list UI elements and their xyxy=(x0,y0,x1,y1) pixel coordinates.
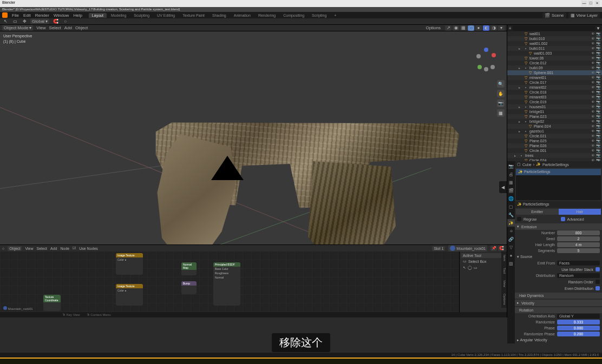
outliner-type-icon[interactable]: ≡ xyxy=(509,26,512,31)
render-toggle-icon[interactable]: 📷 xyxy=(596,85,601,90)
ne-usenodes-checkbox[interactable]: ☑ xyxy=(73,246,76,250)
render-toggle-icon[interactable]: 📷 xyxy=(596,37,601,41)
gizmo-neg-y[interactable] xyxy=(490,65,495,69)
visibility-toggle-icon[interactable]: 👁 xyxy=(591,129,595,134)
outliner-search-input[interactable] xyxy=(513,26,595,31)
render-toggle-icon[interactable]: 📷 xyxy=(596,81,601,85)
outliner-item[interactable]: ▽Circle.001👁📷 xyxy=(507,148,602,153)
outliner-item[interactable]: ▽tower.06👁📷 xyxy=(507,56,602,61)
ne-vtab-view[interactable]: View xyxy=(501,277,507,290)
render-toggle-icon[interactable]: 📷 xyxy=(596,42,601,46)
gizmo-toggle[interactable]: ↗ xyxy=(445,25,451,31)
orientaxis-dropdown[interactable]: Global Y xyxy=(557,314,600,319)
render-toggle-icon[interactable]: 📷 xyxy=(596,32,601,36)
viewport-menu-object[interactable]: Object xyxy=(75,25,88,30)
visibility-toggle-icon[interactable]: 👁 xyxy=(591,37,595,41)
outliner-item[interactable]: ▸▫build.011👁📷 xyxy=(507,46,602,51)
outliner-item[interactable]: ▽minaret01👁📷 xyxy=(507,75,602,80)
visibility-toggle-icon[interactable]: 👁 xyxy=(591,42,595,46)
randphase-field[interactable]: 0.200 xyxy=(557,332,600,336)
props-tab-object[interactable]: ▢ xyxy=(507,203,515,210)
props-tab-output[interactable]: 🖨 xyxy=(507,170,515,178)
ne-menu-add[interactable]: Add xyxy=(50,247,57,250)
workspace-tab-shading[interactable]: Shading xyxy=(209,13,230,18)
cursor-tool-icon[interactable]: ↖ xyxy=(2,18,9,24)
node-mapping[interactable]: Normal Map xyxy=(181,262,197,275)
window-minimize[interactable]: — xyxy=(581,1,587,6)
workspace-tab-rendering[interactable]: Rendering xyxy=(255,13,279,18)
outliner-item[interactable]: ▽wall01.003👁📷 xyxy=(507,51,602,56)
workspace-tab-modeling[interactable]: Modeling xyxy=(108,13,129,18)
render-toggle-icon[interactable]: 📷 xyxy=(596,139,601,143)
outliner-item[interactable]: ▽bridge01👁📷 xyxy=(507,109,602,114)
node-graph-canvas[interactable]: Texture Coordinate Image Texture Color ●… xyxy=(0,252,507,312)
3d-viewport[interactable]: User Perspective (1) (8) | Cube xyxy=(0,31,507,244)
visibility-toggle-icon[interactable]: 👁 xyxy=(591,105,595,109)
workspace-tab-uvediting[interactable]: UV Editing xyxy=(154,13,178,18)
render-toggle-icon[interactable]: 📷 xyxy=(596,134,601,138)
toggle-hair[interactable]: Hair xyxy=(559,209,601,215)
outliner-item[interactable]: ▽wall01👁📷 xyxy=(507,31,602,36)
viewport-menu-view[interactable]: View xyxy=(36,25,45,30)
pan-icon[interactable]: ✋ xyxy=(497,90,505,97)
visibility-toggle-icon[interactable]: 👁 xyxy=(591,154,595,158)
visibility-toggle-icon[interactable]: 👁 xyxy=(591,56,595,61)
hairdyn-section-header[interactable]: Hair Dynamics xyxy=(515,293,602,299)
orbit-gizmo[interactable] xyxy=(474,48,498,71)
particle-systems-list[interactable]: ✨ ParticleSettings xyxy=(516,169,601,200)
node-shader-type[interactable]: Object xyxy=(8,246,22,251)
props-tab-physics[interactable]: ⚛ xyxy=(507,227,515,235)
outliner-item[interactable]: ▽Plane.026👁📷 xyxy=(507,143,602,148)
visibility-toggle-icon[interactable]: 👁 xyxy=(591,100,595,104)
viewport-menu-add[interactable]: Add xyxy=(64,25,72,30)
visibility-toggle-icon[interactable]: 👁 xyxy=(591,51,595,56)
props-tab-particles[interactable]: ✨ xyxy=(507,219,515,227)
angvel-section-header[interactable]: ▸ Angular Velocity xyxy=(515,337,602,343)
ne-vtab-options[interactable]: Options xyxy=(501,290,507,308)
velocity-section-header[interactable]: ▸ Velocity xyxy=(515,300,602,306)
segments-field[interactable]: 5 xyxy=(557,248,600,253)
modstack-checkbox[interactable] xyxy=(596,267,600,272)
regrow-checkbox[interactable] xyxy=(517,217,521,221)
ne-snap-icon[interactable]: 🧲 xyxy=(498,246,505,251)
props-tab-render[interactable]: 📷 xyxy=(507,162,515,170)
render-toggle-icon[interactable]: 📷 xyxy=(596,47,601,51)
ne-pin-icon[interactable]: 📌 xyxy=(490,246,497,251)
visibility-toggle-icon[interactable]: 👁 xyxy=(591,76,595,80)
visibility-toggle-icon[interactable]: 👁 xyxy=(591,47,595,51)
distribution-dropdown[interactable]: Random xyxy=(557,273,600,278)
render-toggle-icon[interactable]: 📷 xyxy=(596,95,601,100)
render-toggle-icon[interactable]: 📷 xyxy=(596,120,601,124)
select-tool-icon[interactable]: ▭ xyxy=(11,18,19,24)
menu-window[interactable]: Window xyxy=(54,13,69,18)
visibility-toggle-icon[interactable]: 👁 xyxy=(591,66,595,70)
render-toggle-icon[interactable]: 📷 xyxy=(596,124,601,129)
workspace-tab-animation[interactable]: Animation xyxy=(231,13,254,18)
visibility-toggle-icon[interactable]: 👁 xyxy=(591,95,595,100)
xray-toggle[interactable]: ▦ xyxy=(460,25,467,31)
gizmo-z-axis[interactable] xyxy=(484,48,488,52)
randomorder-checkbox[interactable] xyxy=(596,280,600,284)
expand-triangle-icon[interactable]: ▸ xyxy=(514,154,518,157)
expand-triangle-icon[interactable]: ▸ xyxy=(519,85,522,89)
menu-file[interactable]: File xyxy=(12,13,19,18)
render-toggle-icon[interactable]: 📷 xyxy=(596,110,601,114)
outliner-item[interactable]: ▽Circle.019👁📷 xyxy=(507,100,602,104)
viewport-menu-select[interactable]: Select xyxy=(49,25,61,30)
node-imgtex1[interactable]: Image Texture Color ● xyxy=(116,253,143,275)
render-toggle-icon[interactable]: 📷 xyxy=(596,154,601,158)
lasso-mini-icon[interactable]: ◯ xyxy=(468,266,472,270)
workspace-tab-texpaint[interactable]: Texture Paint xyxy=(179,13,208,18)
node-bump[interactable]: Bump xyxy=(181,281,197,294)
overlay-toggle[interactable]: ◉ xyxy=(453,25,459,31)
toggle-emitter[interactable]: Emitter xyxy=(516,209,559,215)
outliner-tree[interactable]: ▽wall01👁📷▽build.010👁📷▽wall01.002👁📷▸▫buil… xyxy=(507,31,602,161)
particle-type-toggle[interactable]: Emitter Hair xyxy=(516,209,601,215)
render-toggle-icon[interactable]: 📷 xyxy=(596,61,601,65)
render-toggle-icon[interactable]: 📷 xyxy=(596,149,601,153)
outliner-item[interactable]: ▽Circle.018👁📷 xyxy=(507,90,602,95)
props-tab-texture[interactable]: ▨ xyxy=(507,260,515,267)
seed-field[interactable]: 2 xyxy=(557,236,600,241)
visibility-toggle-icon[interactable]: 👁 xyxy=(591,81,595,85)
hairlength-field[interactable]: 4 m xyxy=(557,242,600,247)
